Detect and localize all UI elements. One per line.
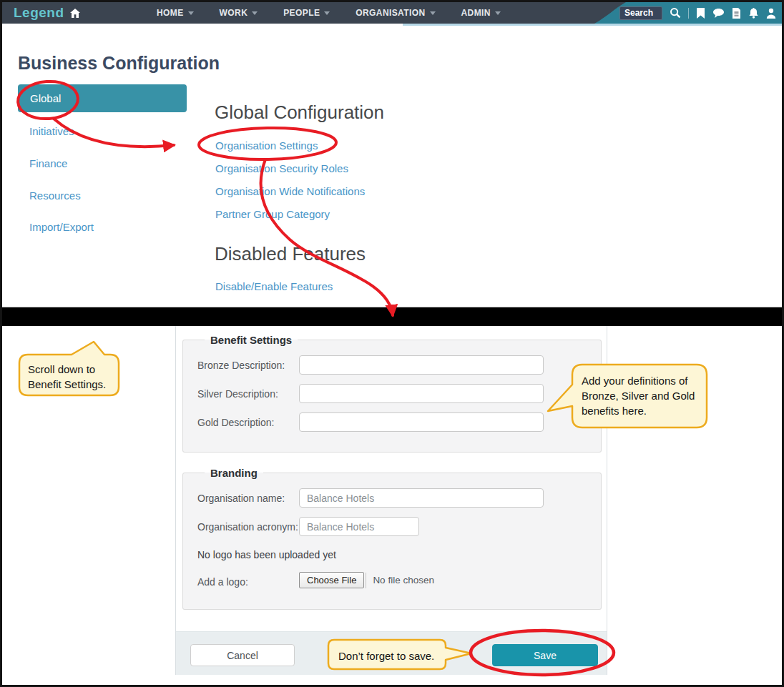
link-organisation-security-roles[interactable]: Organisation Security Roles (215, 162, 348, 174)
add-logo-label: Add a logo: (197, 572, 299, 588)
form-row: Organisation acronym: (197, 517, 587, 536)
benefit-settings-fieldset: Benefit Settings Bronze Description: Sil… (182, 334, 602, 453)
organisation-name-label: Organisation name: (197, 488, 299, 505)
chat-icon[interactable] (712, 8, 725, 19)
caret-down-icon (188, 11, 194, 15)
top-navbar: Legend HOME WORK PEOPLE ORGANISATION ADM… (2, 2, 782, 24)
cancel-button[interactable]: Cancel (190, 644, 295, 666)
caret-down-icon (324, 11, 330, 15)
navbar-accent-strip (403, 24, 782, 26)
branding-fieldset: Branding Organisation name: Organisation… (182, 467, 602, 610)
link-partner-group-category[interactable]: Partner Group Category (215, 208, 330, 220)
menu-home[interactable]: HOME (157, 8, 194, 18)
global-configuration-heading: Global Configuration (215, 102, 384, 124)
no-file-chosen-text: No file chosen (373, 575, 434, 585)
organisation-acronym-label: Organisation acronym: (197, 517, 299, 533)
caret-down-icon (430, 11, 436, 15)
menu-admin[interactable]: ADMIN (461, 8, 501, 18)
link-disable-enable-features[interactable]: Disable/Enable Features (215, 280, 333, 292)
no-logo-text: No logo has been uploaded yet (197, 549, 336, 560)
page-title: Business Configuration (18, 53, 220, 74)
caret-down-icon (252, 11, 258, 15)
user-icon[interactable] (766, 8, 776, 19)
sidebar-item-finance[interactable]: Finance (29, 157, 67, 169)
menu-people[interactable]: PEOPLE (283, 8, 330, 18)
menu-organisation[interactable]: ORGANISATION (356, 8, 435, 18)
gold-description-label: Gold Description: (197, 412, 299, 429)
screenshot-root: Legend HOME WORK PEOPLE ORGANISATION ADM… (0, 0, 784, 687)
search-icon[interactable] (670, 7, 681, 19)
form-row: Silver Description: (197, 384, 587, 403)
caret-down-icon (495, 11, 501, 15)
form-row: Organisation name: (197, 488, 587, 508)
gold-description-input[interactable] (299, 412, 544, 432)
choose-file-button[interactable]: Choose File (299, 572, 364, 588)
disabled-features-heading: Disabled Features (215, 243, 366, 265)
callout-scroll-bubble (19, 342, 119, 395)
form-row: Bronze Description: (197, 355, 587, 375)
navbar-right-cluster (619, 2, 776, 24)
sidebar-item-global[interactable]: Global (18, 84, 187, 112)
sidebar-item-resources[interactable]: Resources (29, 189, 81, 202)
organisation-acronym-input[interactable] (299, 517, 419, 536)
bronze-description-label: Bronze Description: (197, 355, 299, 372)
brand-logo[interactable]: Legend (14, 2, 81, 24)
link-organisation-settings[interactable]: Organisation Settings (215, 139, 318, 152)
save-button[interactable]: Save (492, 644, 598, 666)
panel-footer: Cancel Save (176, 631, 607, 675)
form-row: Gold Description: (197, 412, 587, 432)
bell-icon[interactable] (748, 8, 759, 19)
home-icon[interactable] (69, 8, 81, 19)
silver-description-label: Silver Description: (197, 384, 299, 400)
callout-scroll-text: Scroll down to Benefit Settings. (28, 362, 115, 392)
search-input[interactable] (619, 6, 662, 20)
main-menu: HOME WORK PEOPLE ORGANISATION ADMIN (157, 2, 501, 24)
form-row: No logo has been uploaded yet (197, 549, 587, 560)
organisation-name-input[interactable] (299, 488, 544, 508)
sidebar-item-initiatives[interactable]: Initiatives (29, 125, 74, 137)
brand-name: Legend (14, 5, 64, 21)
benefit-settings-title: Benefit Settings (205, 334, 298, 346)
form-row: Add a logo: Choose File No file chosen (197, 572, 587, 588)
file-separator (366, 573, 366, 588)
silver-description-input[interactable] (299, 384, 544, 403)
icon-divider (688, 8, 689, 19)
branding-title: Branding (205, 467, 263, 479)
bookmark-icon[interactable] (696, 8, 705, 19)
sidebar-item-import-export[interactable]: Import/Export (29, 221, 94, 233)
file-upload-control: Choose File No file chosen (299, 572, 434, 588)
black-divider-band (2, 307, 782, 326)
link-organisation-wide-notifications[interactable]: Organisation Wide Notifications (215, 185, 365, 197)
document-icon[interactable] (732, 8, 741, 19)
menu-work[interactable]: WORK (220, 8, 258, 18)
bronze-description-input[interactable] (299, 355, 544, 375)
